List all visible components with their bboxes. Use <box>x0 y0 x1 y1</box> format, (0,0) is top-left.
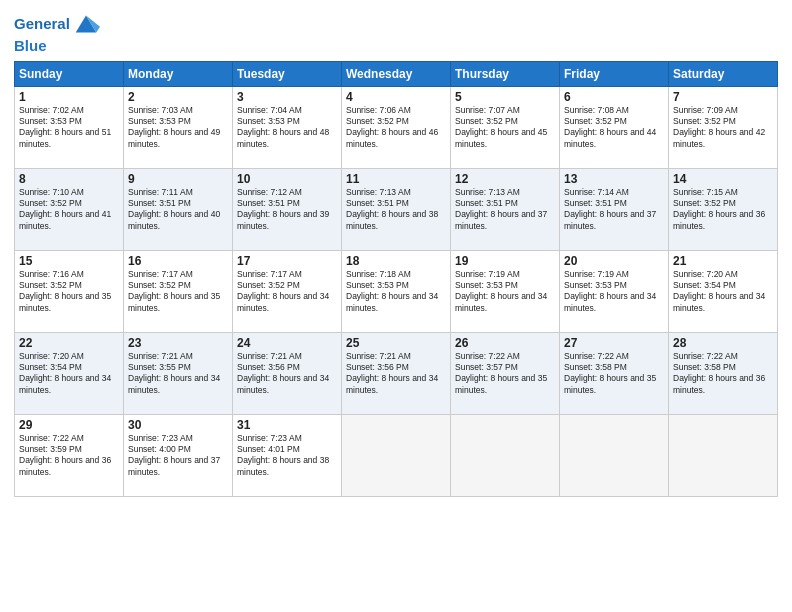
day-info: Sunrise: 7:22 AMSunset: 3:59 PMDaylight:… <box>19 433 119 479</box>
day-cell: 21Sunrise: 7:20 AMSunset: 3:54 PMDayligh… <box>669 250 778 332</box>
week-row-4: 22Sunrise: 7:20 AMSunset: 3:54 PMDayligh… <box>15 332 778 414</box>
day-number: 6 <box>564 90 664 104</box>
day-cell: 15Sunrise: 7:16 AMSunset: 3:52 PMDayligh… <box>15 250 124 332</box>
day-info: Sunrise: 7:11 AMSunset: 3:51 PMDaylight:… <box>128 187 228 233</box>
day-cell: 10Sunrise: 7:12 AMSunset: 3:51 PMDayligh… <box>233 168 342 250</box>
day-number: 16 <box>128 254 228 268</box>
day-cell: 19Sunrise: 7:19 AMSunset: 3:53 PMDayligh… <box>451 250 560 332</box>
page-container: General Blue SundayMondayTuesdayWednesda… <box>0 0 792 503</box>
col-header-sunday: Sunday <box>15 61 124 86</box>
day-number: 2 <box>128 90 228 104</box>
day-number: 10 <box>237 172 337 186</box>
day-number: 23 <box>128 336 228 350</box>
day-number: 14 <box>673 172 773 186</box>
week-row-1: 1Sunrise: 7:02 AMSunset: 3:53 PMDaylight… <box>15 86 778 168</box>
day-cell: 4Sunrise: 7:06 AMSunset: 3:52 PMDaylight… <box>342 86 451 168</box>
col-header-thursday: Thursday <box>451 61 560 86</box>
day-info: Sunrise: 7:13 AMSunset: 3:51 PMDaylight:… <box>455 187 555 233</box>
logo-text: General <box>14 16 70 33</box>
day-number: 27 <box>564 336 664 350</box>
day-cell: 12Sunrise: 7:13 AMSunset: 3:51 PMDayligh… <box>451 168 560 250</box>
day-number: 28 <box>673 336 773 350</box>
day-number: 3 <box>237 90 337 104</box>
day-number: 15 <box>19 254 119 268</box>
week-row-2: 8Sunrise: 7:10 AMSunset: 3:52 PMDaylight… <box>15 168 778 250</box>
day-number: 13 <box>564 172 664 186</box>
day-info: Sunrise: 7:06 AMSunset: 3:52 PMDaylight:… <box>346 105 446 151</box>
header-row: SundayMondayTuesdayWednesdayThursdayFrid… <box>15 61 778 86</box>
week-row-5: 29Sunrise: 7:22 AMSunset: 3:59 PMDayligh… <box>15 414 778 496</box>
day-cell: 3Sunrise: 7:04 AMSunset: 3:53 PMDaylight… <box>233 86 342 168</box>
day-cell: 29Sunrise: 7:22 AMSunset: 3:59 PMDayligh… <box>15 414 124 496</box>
logo: General Blue <box>14 10 100 55</box>
day-info: Sunrise: 7:12 AMSunset: 3:51 PMDaylight:… <box>237 187 337 233</box>
day-info: Sunrise: 7:14 AMSunset: 3:51 PMDaylight:… <box>564 187 664 233</box>
day-info: Sunrise: 7:23 AMSunset: 4:01 PMDaylight:… <box>237 433 337 479</box>
day-cell: 24Sunrise: 7:21 AMSunset: 3:56 PMDayligh… <box>233 332 342 414</box>
col-header-wednesday: Wednesday <box>342 61 451 86</box>
day-info: Sunrise: 7:22 AMSunset: 3:58 PMDaylight:… <box>673 351 773 397</box>
day-info: Sunrise: 7:22 AMSunset: 3:58 PMDaylight:… <box>564 351 664 397</box>
day-info: Sunrise: 7:02 AMSunset: 3:53 PMDaylight:… <box>19 105 119 151</box>
day-number: 29 <box>19 418 119 432</box>
day-cell: 18Sunrise: 7:18 AMSunset: 3:53 PMDayligh… <box>342 250 451 332</box>
day-info: Sunrise: 7:17 AMSunset: 3:52 PMDaylight:… <box>128 269 228 315</box>
day-cell: 5Sunrise: 7:07 AMSunset: 3:52 PMDaylight… <box>451 86 560 168</box>
day-number: 19 <box>455 254 555 268</box>
col-header-saturday: Saturday <box>669 61 778 86</box>
day-number: 9 <box>128 172 228 186</box>
day-info: Sunrise: 7:19 AMSunset: 3:53 PMDaylight:… <box>455 269 555 315</box>
day-number: 31 <box>237 418 337 432</box>
day-info: Sunrise: 7:18 AMSunset: 3:53 PMDaylight:… <box>346 269 446 315</box>
day-info: Sunrise: 7:17 AMSunset: 3:52 PMDaylight:… <box>237 269 337 315</box>
day-info: Sunrise: 7:04 AMSunset: 3:53 PMDaylight:… <box>237 105 337 151</box>
calendar-table: SundayMondayTuesdayWednesdayThursdayFrid… <box>14 61 778 497</box>
day-cell <box>451 414 560 496</box>
day-info: Sunrise: 7:09 AMSunset: 3:52 PMDaylight:… <box>673 105 773 151</box>
day-cell: 9Sunrise: 7:11 AMSunset: 3:51 PMDaylight… <box>124 168 233 250</box>
day-number: 7 <box>673 90 773 104</box>
header: General Blue <box>14 10 778 55</box>
day-cell: 14Sunrise: 7:15 AMSunset: 3:52 PMDayligh… <box>669 168 778 250</box>
day-info: Sunrise: 7:21 AMSunset: 3:56 PMDaylight:… <box>346 351 446 397</box>
day-cell: 2Sunrise: 7:03 AMSunset: 3:53 PMDaylight… <box>124 86 233 168</box>
col-header-monday: Monday <box>124 61 233 86</box>
day-number: 24 <box>237 336 337 350</box>
day-cell: 28Sunrise: 7:22 AMSunset: 3:58 PMDayligh… <box>669 332 778 414</box>
day-number: 4 <box>346 90 446 104</box>
col-header-friday: Friday <box>560 61 669 86</box>
day-info: Sunrise: 7:08 AMSunset: 3:52 PMDaylight:… <box>564 105 664 151</box>
day-info: Sunrise: 7:23 AMSunset: 4:00 PMDaylight:… <box>128 433 228 479</box>
day-number: 11 <box>346 172 446 186</box>
day-cell: 8Sunrise: 7:10 AMSunset: 3:52 PMDaylight… <box>15 168 124 250</box>
day-info: Sunrise: 7:15 AMSunset: 3:52 PMDaylight:… <box>673 187 773 233</box>
day-cell: 22Sunrise: 7:20 AMSunset: 3:54 PMDayligh… <box>15 332 124 414</box>
day-cell <box>669 414 778 496</box>
day-number: 8 <box>19 172 119 186</box>
day-cell: 13Sunrise: 7:14 AMSunset: 3:51 PMDayligh… <box>560 168 669 250</box>
week-row-3: 15Sunrise: 7:16 AMSunset: 3:52 PMDayligh… <box>15 250 778 332</box>
day-cell: 1Sunrise: 7:02 AMSunset: 3:53 PMDaylight… <box>15 86 124 168</box>
day-info: Sunrise: 7:20 AMSunset: 3:54 PMDaylight:… <box>673 269 773 315</box>
day-number: 20 <box>564 254 664 268</box>
logo-icon <box>72 10 100 38</box>
day-number: 1 <box>19 90 119 104</box>
day-info: Sunrise: 7:16 AMSunset: 3:52 PMDaylight:… <box>19 269 119 315</box>
col-header-tuesday: Tuesday <box>233 61 342 86</box>
day-cell: 31Sunrise: 7:23 AMSunset: 4:01 PMDayligh… <box>233 414 342 496</box>
day-info: Sunrise: 7:20 AMSunset: 3:54 PMDaylight:… <box>19 351 119 397</box>
day-number: 25 <box>346 336 446 350</box>
day-cell <box>342 414 451 496</box>
day-info: Sunrise: 7:10 AMSunset: 3:52 PMDaylight:… <box>19 187 119 233</box>
day-cell: 20Sunrise: 7:19 AMSunset: 3:53 PMDayligh… <box>560 250 669 332</box>
day-cell: 7Sunrise: 7:09 AMSunset: 3:52 PMDaylight… <box>669 86 778 168</box>
day-info: Sunrise: 7:03 AMSunset: 3:53 PMDaylight:… <box>128 105 228 151</box>
day-info: Sunrise: 7:21 AMSunset: 3:55 PMDaylight:… <box>128 351 228 397</box>
day-number: 21 <box>673 254 773 268</box>
day-number: 22 <box>19 336 119 350</box>
day-cell: 26Sunrise: 7:22 AMSunset: 3:57 PMDayligh… <box>451 332 560 414</box>
day-cell: 16Sunrise: 7:17 AMSunset: 3:52 PMDayligh… <box>124 250 233 332</box>
day-cell: 27Sunrise: 7:22 AMSunset: 3:58 PMDayligh… <box>560 332 669 414</box>
day-number: 17 <box>237 254 337 268</box>
day-cell: 11Sunrise: 7:13 AMSunset: 3:51 PMDayligh… <box>342 168 451 250</box>
